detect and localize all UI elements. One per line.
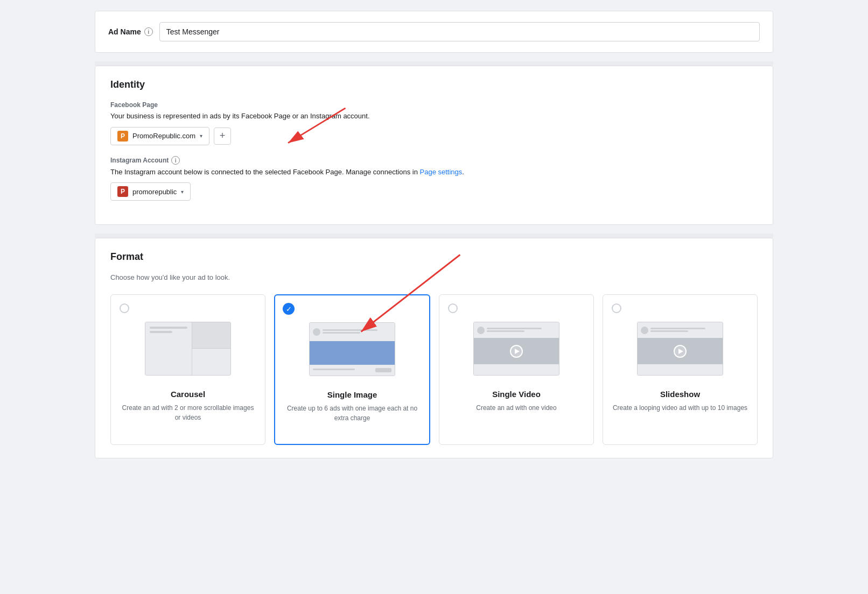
format-subtitle: Choose how you'd like your ad to look.: [110, 273, 758, 281]
slideshow-video-block: [638, 338, 723, 364]
single-image-card-name: Single Image: [327, 390, 377, 399]
instagram-info-icon[interactable]: i: [171, 156, 180, 165]
facebook-page-label: Facebook Page: [110, 101, 758, 109]
carousel-preview: [145, 322, 231, 381]
carousel-radio: [120, 303, 129, 313]
si-lines: [323, 329, 391, 335]
page-settings-link[interactable]: Page settings: [420, 168, 463, 176]
si-image-block: [310, 341, 395, 365]
slideshow-lines: [650, 328, 719, 333]
section-divider: [95, 61, 773, 66]
instagram-account-description: The Instagram account below is connected…: [110, 167, 758, 178]
slideshow-bottom: [638, 364, 723, 375]
slideshow-card-name: Slideshow: [660, 390, 700, 399]
single-video-card-description: Create an ad with one video: [476, 403, 556, 413]
slideshow-avatar: [641, 327, 648, 334]
instagram-account-controls: P promorepublic ▾: [110, 182, 758, 201]
slideshow-play-triangle: [678, 349, 683, 354]
facebook-page-group: Facebook Page Your business is represent…: [110, 101, 758, 145]
instagram-account-dropdown[interactable]: P promorepublic ▾: [110, 182, 191, 201]
facebook-page-controls: P PromoRepublic.com ▾ +: [110, 127, 758, 145]
slideshow-card-description: Create a looping video ad with up to 10 …: [613, 403, 747, 413]
si-cta-btn: [375, 368, 391, 372]
si-bottom: [310, 365, 395, 376]
play-triangle-icon: [515, 349, 520, 354]
carousel-right-pane: [192, 322, 230, 375]
facebook-page-name: PromoRepublic.com: [132, 132, 195, 140]
promorepublic-page-icon: P: [117, 131, 128, 142]
single-image-radio-check: ✓: [283, 303, 295, 315]
ad-name-input[interactable]: [159, 22, 760, 41]
slideshow-play-button: [674, 345, 687, 358]
vp-video-block: [474, 338, 559, 364]
single-video-radio: [448, 303, 458, 313]
facebook-page-chevron: ▾: [200, 133, 202, 139]
identity-title: Identity: [110, 79, 758, 90]
vp-lines: [487, 328, 556, 333]
single-video-preview-container: [473, 322, 559, 381]
section-divider-2: [95, 234, 773, 238]
format-card-single-image[interactable]: ✓: [274, 294, 430, 445]
slideshow-radio: [612, 303, 621, 313]
format-card-carousel[interactable]: Carousel Create an ad with 2 or more scr…: [110, 294, 265, 445]
vp-bottom: [474, 364, 559, 375]
instagram-account-label: Instagram Account i: [110, 156, 758, 165]
carousel-card-name: Carousel: [171, 390, 205, 399]
ad-name-info-icon[interactable]: i: [144, 27, 153, 36]
single-image-card-description: Create up to 6 ads with one image each a…: [284, 404, 421, 423]
add-page-button[interactable]: +: [214, 128, 231, 145]
instagram-account-name: promorepublic: [132, 188, 177, 196]
format-cards-container: Carousel Create an ad with 2 or more scr…: [110, 294, 758, 445]
instagram-account-group: Instagram Account i The Instagram accoun…: [110, 156, 758, 201]
si-avatar: [313, 328, 320, 336]
single-video-card-name: Single Video: [492, 390, 541, 399]
single-image-preview-container: [309, 322, 395, 381]
format-title: Format: [110, 251, 758, 263]
promorepublic-instagram-icon: P: [117, 186, 128, 197]
vp-play-button: [510, 345, 523, 358]
facebook-page-dropdown[interactable]: P PromoRepublic.com ▾: [110, 127, 209, 145]
ad-name-label: Ad Name i: [108, 27, 153, 36]
carousel-left-pane: [145, 322, 192, 375]
vp-avatar: [477, 327, 485, 334]
format-card-single-video[interactable]: Single Video Create an ad with one video: [439, 294, 594, 445]
facebook-page-description: Your business is represented in ads by i…: [110, 111, 758, 122]
slideshow-preview-container: [637, 322, 723, 381]
instagram-account-chevron: ▾: [181, 189, 184, 195]
carousel-card-description: Create an ad with 2 or more scrollable i…: [120, 403, 256, 422]
format-card-slideshow[interactable]: Slideshow Create a looping video ad with…: [603, 294, 758, 445]
